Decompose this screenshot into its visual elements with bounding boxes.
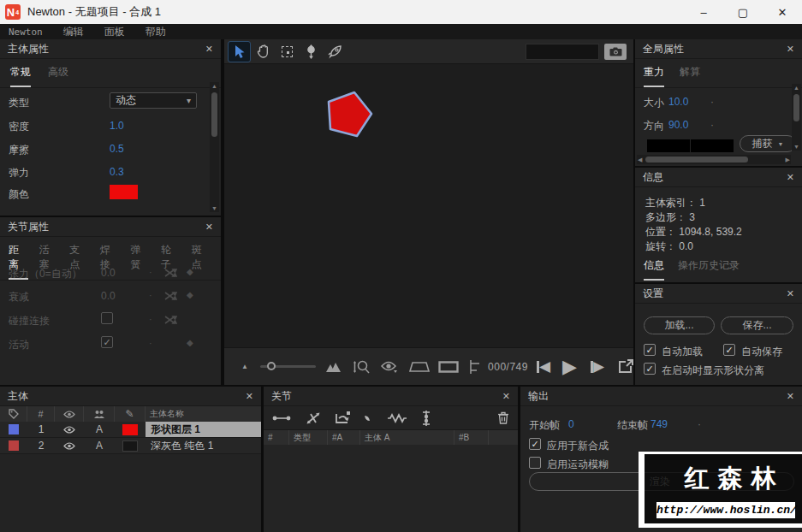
scrollbar-thumb[interactable] xyxy=(211,92,217,137)
delete-joint-button[interactable] xyxy=(497,411,509,424)
menu-panel[interactable]: 面板 xyxy=(104,25,125,39)
joints-close-icon[interactable]: ✕ xyxy=(502,391,510,402)
piston-joint-button[interactable] xyxy=(305,411,322,425)
marquee-select-tool-button[interactable] xyxy=(276,42,298,62)
wheel-joint-button[interactable] xyxy=(421,410,431,427)
walls-toggle-icon[interactable] xyxy=(438,361,459,373)
pentagon-body[interactable] xyxy=(317,86,381,145)
step-forward-button[interactable]: ▶ xyxy=(591,358,604,375)
type-dropdown[interactable]: 动态 ▾ xyxy=(110,92,197,109)
output-close-icon[interactable]: ✕ xyxy=(787,391,794,402)
scroll-up-icon[interactable]: ▲ xyxy=(211,83,217,89)
active-label: 活动 xyxy=(9,338,29,352)
tab-spring[interactable]: 弹簧 xyxy=(130,243,150,280)
pivot-joint-button[interactable] xyxy=(334,411,351,425)
scroll-down-icon[interactable]: ▼ xyxy=(211,205,217,211)
spring-joint-button[interactable] xyxy=(387,413,407,423)
autosave-checkbox[interactable]: ✓ xyxy=(723,344,735,356)
zoom-out-icon[interactable]: ▲ xyxy=(241,363,248,370)
joints-empty-list[interactable] xyxy=(264,445,518,530)
friction-value[interactable]: 0.5 xyxy=(110,143,124,155)
bodies-close-icon[interactable]: ✕ xyxy=(246,391,253,402)
body-link-group[interactable]: A xyxy=(84,440,115,452)
close-button[interactable]: ✕ xyxy=(763,0,802,24)
autoload-checkbox[interactable]: ✓ xyxy=(644,344,656,356)
frame-counter: 000/749 xyxy=(488,361,528,373)
body-color-swatch[interactable] xyxy=(110,185,138,199)
collide-connected-label: 碰撞连接 xyxy=(9,314,50,328)
body-tag-swatch[interactable] xyxy=(9,424,19,434)
tab-blob[interactable]: 斑点 xyxy=(191,243,211,280)
global-v-scrollbar[interactable]: ▲ ▼ xyxy=(792,84,801,151)
menu-edit[interactable]: 编辑 xyxy=(63,25,84,39)
minimize-button[interactable]: – xyxy=(684,0,723,24)
zoom-in-icon[interactable] xyxy=(326,362,341,372)
density-value[interactable]: 1.0 xyxy=(110,120,124,132)
tab-gravity[interactable]: 重力 xyxy=(644,65,664,87)
tab-general[interactable]: 常规 xyxy=(10,65,31,87)
settings-close-icon[interactable]: ✕ xyxy=(787,288,794,299)
tab-info[interactable]: 信息 xyxy=(644,258,664,281)
body-link-group[interactable]: A xyxy=(84,423,115,435)
menu-help[interactable]: 帮助 xyxy=(146,25,166,39)
damping-label: 衰减 xyxy=(9,290,29,304)
zoom-slider[interactable] xyxy=(260,365,316,368)
snapshot-button[interactable] xyxy=(604,44,627,60)
scrollbar-thumb[interactable] xyxy=(645,157,748,163)
scroll-left-icon[interactable]: ◀ xyxy=(638,157,642,163)
end-frame-value[interactable]: 749 xyxy=(651,418,668,430)
blob-joint-button[interactable] xyxy=(363,414,371,423)
maximize-button[interactable]: ▢ xyxy=(723,0,763,24)
scroll-up-icon[interactable]: ▲ xyxy=(793,85,799,91)
body-tag-swatch[interactable] xyxy=(9,440,19,451)
pan-tool-button[interactable] xyxy=(252,42,274,62)
rocket-tool-button[interactable] xyxy=(324,42,346,62)
info-close-icon[interactable]: ✕ xyxy=(787,172,794,183)
body-row-1[interactable]: 1 A 形状图层 1 xyxy=(0,422,261,438)
body-row-2[interactable]: 2 A 深灰色 纯色 1 xyxy=(0,438,261,454)
gravity-swatch-a[interactable] xyxy=(647,139,690,152)
tab-solver[interactable]: 解算 xyxy=(680,65,700,87)
capture-button[interactable]: 捕获 ▼ xyxy=(740,135,796,152)
tab-history[interactable]: 操作历史记录 xyxy=(678,258,740,281)
global-properties-close-icon[interactable]: ✕ xyxy=(787,44,794,55)
apply-new-comp-checkbox[interactable]: ✓ xyxy=(529,438,541,450)
scroll-down-icon[interactable]: ▼ xyxy=(793,144,799,150)
visibility-toggle-icon[interactable] xyxy=(381,361,398,373)
start-frame-value[interactable]: 0 xyxy=(568,418,574,430)
viewport-text-input[interactable] xyxy=(526,44,599,60)
body-color-swatch[interactable] xyxy=(122,424,138,435)
body-name[interactable]: 深灰色 纯色 1 xyxy=(146,439,261,453)
body-color-swatch[interactable] xyxy=(122,440,138,452)
gravity-direction-value[interactable]: 90.0 xyxy=(668,119,688,131)
startup-separation-checkbox[interactable]: ✓ xyxy=(644,363,656,375)
distance-joint-button[interactable] xyxy=(272,415,291,422)
visibility-eye-icon[interactable] xyxy=(55,442,84,450)
body-properties-scrollbar[interactable]: ▲ ▼ xyxy=(210,82,219,212)
fit-zoom-icon[interactable] xyxy=(353,359,370,375)
menu-newton[interactable]: Newton xyxy=(9,27,43,38)
viewport[interactable]: ▲ 000/749 ◀ ▶ ▶ xyxy=(224,39,633,385)
gravity-tool-button[interactable] xyxy=(300,42,322,62)
load-button[interactable]: 加载... xyxy=(644,316,715,334)
save-button[interactable]: 保存... xyxy=(721,316,793,334)
body-properties-close-icon[interactable]: ✕ xyxy=(205,44,213,55)
select-tool-button[interactable] xyxy=(229,42,250,62)
bounciness-value[interactable]: 0.3 xyxy=(110,166,124,178)
work-area-icon[interactable] xyxy=(469,360,482,374)
scroll-right-icon[interactable]: ▶ xyxy=(786,157,790,163)
go-to-start-button[interactable]: ◀ xyxy=(537,358,550,375)
body-name-selected[interactable]: 形状图层 1 xyxy=(146,422,261,437)
joint-properties-close-icon[interactable]: ✕ xyxy=(205,222,213,233)
floor-toggle-icon[interactable] xyxy=(409,361,430,373)
global-h-scrollbar[interactable]: ◀ ▶ xyxy=(637,155,791,164)
play-button[interactable]: ▶ xyxy=(562,358,577,375)
scrollbar-thumb[interactable] xyxy=(793,94,799,121)
zoom-slider-knob[interactable] xyxy=(267,362,276,370)
gravity-swatch-b[interactable] xyxy=(691,139,734,152)
visibility-eye-icon[interactable] xyxy=(55,426,84,434)
tab-advanced[interactable]: 高级 xyxy=(48,65,68,87)
motion-blur-checkbox[interactable] xyxy=(529,457,541,469)
export-loop-icon[interactable] xyxy=(618,359,633,374)
gravity-size-value[interactable]: 10.0 xyxy=(668,96,688,108)
